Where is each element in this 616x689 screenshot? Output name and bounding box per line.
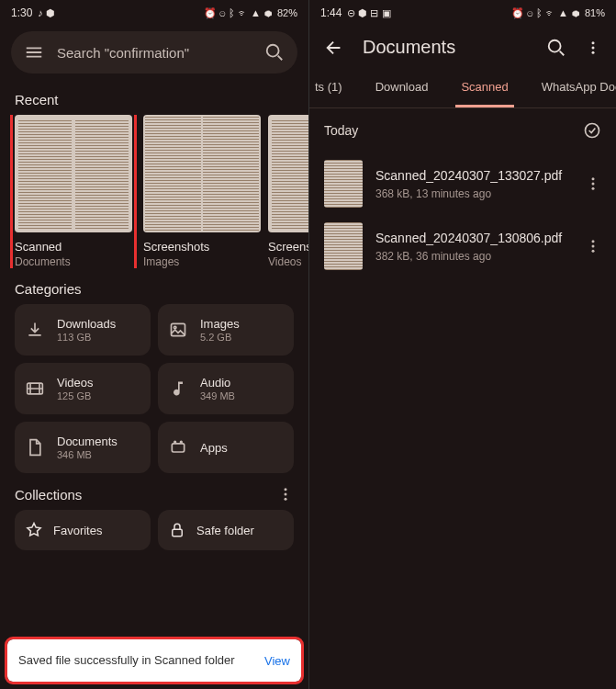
apps-icon xyxy=(169,438,187,457)
svg-point-19 xyxy=(592,240,595,243)
tab-whatsapp[interactable]: WhatsApp Docume xyxy=(536,69,616,107)
audio-icon xyxy=(169,379,187,398)
svg-point-9 xyxy=(285,498,287,501)
more-icon[interactable] xyxy=(585,40,601,56)
svg-point-20 xyxy=(592,245,595,248)
file-thumbnail xyxy=(324,222,363,270)
back-icon[interactable] xyxy=(324,38,344,58)
snackbar-text: Saved file successfully in Scanned folde… xyxy=(18,652,253,669)
tab-recents[interactable]: ts (1) xyxy=(309,69,348,107)
search-icon[interactable] xyxy=(264,42,285,62)
svg-point-21 xyxy=(592,250,595,253)
collection-favorites[interactable]: Favorites xyxy=(15,510,151,550)
file-name: Scanned_20240307_130806.pdf xyxy=(375,230,572,246)
file-meta: 368 kB, 13 minutes ago xyxy=(375,187,572,200)
status-bar: 1:30 ♪ ⬢ ⏰ ⊝ ᛒ ᯤ ▲ ⬢ 82% xyxy=(0,0,308,26)
status-bar: 1:44 ⊝ ⬢ ⊟ ▣ ⏰ ⊝ ᛒ ᯤ ▲ ⬢ 81% xyxy=(309,0,616,26)
svg-point-18 xyxy=(592,187,595,190)
tabs: ts (1) Download Scanned WhatsApp Docume xyxy=(309,69,616,108)
category-apps[interactable]: Apps xyxy=(158,422,294,473)
more-icon[interactable] xyxy=(585,175,601,192)
check-circle-icon[interactable] xyxy=(583,121,601,140)
svg-point-6 xyxy=(181,441,183,443)
collections-section-title: Collections xyxy=(15,487,82,503)
svg-point-2 xyxy=(174,326,176,329)
categories-section-title: Categories xyxy=(0,268,308,304)
recent-section-title: Recent xyxy=(0,79,308,115)
svg-point-15 xyxy=(586,124,599,138)
files-app-home: 1:30 ♪ ⬢ ⏰ ⊝ ᛒ ᯤ ▲ ⬢ 82% Search "confirm… xyxy=(0,0,308,689)
snackbar-view-button[interactable]: View xyxy=(264,654,290,668)
more-icon[interactable] xyxy=(277,486,294,503)
video-icon xyxy=(26,379,44,398)
svg-point-0 xyxy=(267,45,279,57)
download-icon xyxy=(26,321,44,339)
svg-point-17 xyxy=(592,183,595,186)
recent-item-screenshots[interactable]: Screenshots Images xyxy=(143,115,261,268)
svg-point-12 xyxy=(592,41,595,44)
category-audio[interactable]: Audio349 MB xyxy=(158,363,294,414)
lock-icon xyxy=(169,522,185,538)
tab-download[interactable]: Download xyxy=(370,69,434,107)
hamburger-icon[interactable] xyxy=(24,42,44,62)
collections-row: Favorites Safe folder xyxy=(0,510,308,550)
document-icon xyxy=(26,438,44,457)
category-downloads[interactable]: Downloads113 GB xyxy=(15,304,151,356)
collection-safe-folder[interactable]: Safe folder xyxy=(158,510,294,550)
snackbar: Saved file successfully in Scanned folde… xyxy=(7,639,301,682)
svg-rect-10 xyxy=(173,529,183,537)
star-icon xyxy=(26,522,42,538)
status-icons-right: ⏰ ⊝ ᛒ ᯤ ▲ ⬢ 82% xyxy=(204,7,297,19)
svg-point-5 xyxy=(174,441,176,443)
section-today: Today xyxy=(309,108,616,152)
file-name: Scanned_20240307_133027.pdf xyxy=(375,167,572,184)
documents-list-screen: 1:44 ⊝ ⬢ ⊟ ▣ ⏰ ⊝ ᛒ ᯤ ▲ ⬢ 81% Documents t… xyxy=(308,0,616,689)
page-title: Documents xyxy=(363,37,528,58)
search-bar[interactable]: Search "confirmation" xyxy=(11,31,297,73)
search-icon[interactable] xyxy=(546,38,566,58)
file-thumbnail xyxy=(324,160,363,208)
app-bar: Documents xyxy=(309,26,616,69)
category-images[interactable]: Images5.2 GB xyxy=(158,304,294,356)
svg-point-8 xyxy=(285,493,287,496)
tab-scanned[interactable]: Scanned xyxy=(455,69,513,107)
search-placeholder: Search "confirmation" xyxy=(57,45,264,61)
category-videos[interactable]: Videos125 GB xyxy=(15,363,151,414)
file-item[interactable]: Scanned_20240307_130806.pdf 382 kB, 36 m… xyxy=(309,215,616,277)
file-meta: 382 kB, 36 minutes ago xyxy=(375,250,572,263)
recent-item-scanned[interactable]: Scanned Documents xyxy=(11,115,136,268)
status-time: 1:44 xyxy=(320,6,342,19)
svg-point-7 xyxy=(285,488,287,491)
file-item[interactable]: Scanned_20240307_133027.pdf 368 kB, 13 m… xyxy=(309,152,616,215)
categories-grid: Downloads113 GB Images5.2 GB Videos125 G… xyxy=(0,304,308,473)
status-time: 1:30 xyxy=(11,6,32,19)
svg-point-16 xyxy=(592,177,595,180)
recent-row: Scanned Documents Screenshots Images Scr… xyxy=(0,115,308,268)
svg-point-13 xyxy=(592,46,595,49)
svg-point-11 xyxy=(549,40,561,51)
svg-rect-4 xyxy=(172,444,184,452)
image-icon xyxy=(169,321,187,339)
status-icons-right: ⏰ ⊝ ᛒ ᯤ ▲ ⬢ 81% xyxy=(511,7,605,19)
recent-item-screenshots-videos[interactable]: Screensh Videos xyxy=(268,115,308,268)
svg-point-14 xyxy=(592,51,595,53)
more-icon[interactable] xyxy=(585,238,601,254)
category-documents[interactable]: Documents346 MB xyxy=(15,422,151,473)
